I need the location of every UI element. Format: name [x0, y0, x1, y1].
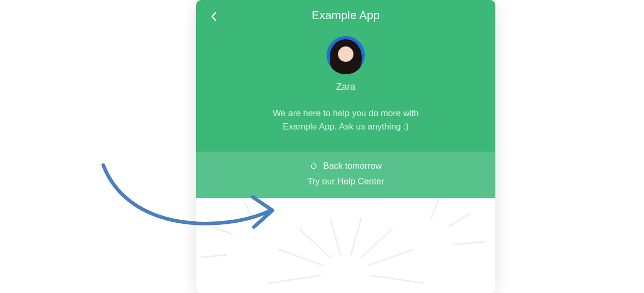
svg-line-4	[279, 250, 323, 265]
app-title: Example App	[312, 9, 380, 22]
header-top: Example App	[196, 0, 495, 31]
svg-line-1	[351, 219, 361, 255]
status-text: Back tomorrow	[323, 161, 381, 171]
svg-line-0	[330, 219, 341, 255]
svg-line-3	[361, 229, 392, 257]
help-center-link[interactable]: Try our Help Center	[308, 176, 384, 187]
welcome-line-2: Example App. Ask us anything :)	[217, 120, 475, 134]
welcome-message: We are here to help you do more with Exa…	[196, 92, 495, 152]
svg-line-11	[431, 201, 439, 219]
agent-block: Zara	[196, 31, 495, 92]
agent-avatar	[327, 36, 365, 74]
svg-line-7	[372, 275, 423, 283]
svg-line-9	[263, 206, 268, 224]
svg-line-5	[369, 250, 413, 265]
status-bar: Back tomorrow Try our Help Center	[196, 152, 495, 198]
background-burst-icon	[196, 198, 495, 293]
messenger-header: Example App Zara We are here to help you…	[196, 0, 495, 198]
card-body	[196, 198, 495, 293]
svg-line-6	[268, 275, 320, 283]
chevron-left-icon	[210, 11, 217, 22]
back-button[interactable]	[206, 9, 221, 24]
messenger-card: Example App Zara We are here to help you…	[196, 0, 495, 293]
svg-line-13	[454, 242, 485, 245]
svg-line-8	[245, 203, 253, 219]
svg-line-12	[449, 214, 470, 226]
svg-line-14	[201, 255, 227, 257]
status-row: Back tomorrow	[206, 161, 485, 171]
clock-refresh-icon	[310, 162, 318, 170]
welcome-line-1: We are here to help you do more with	[217, 107, 475, 120]
svg-line-10	[212, 226, 232, 234]
svg-line-2	[299, 229, 330, 257]
agent-name: Zara	[336, 82, 355, 92]
